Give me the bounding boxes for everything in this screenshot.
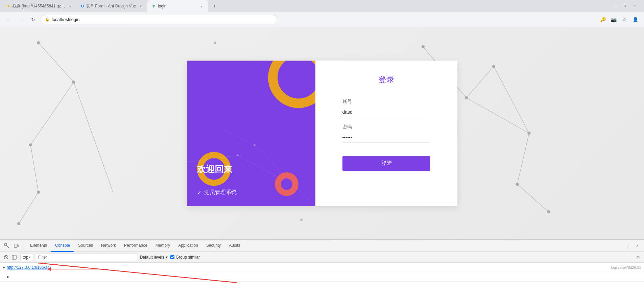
svg-marker-25 — [47, 267, 51, 271]
browser-tab-1[interactable]: ★ 残存 [http://1455465841.qzon... × — [3, 0, 77, 12]
system-name-text: 党员管理系统 — [204, 189, 237, 196]
filter-input[interactable] — [36, 254, 137, 261]
profile-icon[interactable]: 👤 — [630, 15, 640, 24]
devtools-tab-security[interactable]: Security — [202, 240, 225, 252]
clear-console-button[interactable] — [3, 254, 9, 261]
reload-button[interactable]: ↻ — [28, 15, 38, 24]
account-form-group: 账号 — [342, 98, 430, 117]
devtools-tab-sources[interactable]: Sources — [74, 240, 97, 252]
svg-rect-19 — [17, 245, 18, 247]
svg-point-3 — [37, 191, 40, 194]
right-panel: 登录 账号 密码 登陆 — [315, 61, 457, 206]
new-tab-button[interactable]: + — [210, 1, 219, 11]
toggle-sidebar-button[interactable] — [11, 254, 18, 261]
password-form-group: 密码 — [342, 124, 430, 142]
device-toolbar-button[interactable] — [12, 242, 20, 250]
devtools-tab-elements[interactable]: Elements — [26, 240, 51, 252]
toolbar-left-icons — [3, 254, 18, 261]
login-container: 欢迎回来 ✓ 党员管理系统 登录 账号 密码 登陆 — [187, 61, 457, 206]
svg-rect-18 — [14, 244, 17, 247]
url-text: localhost/login — [52, 17, 79, 22]
close-button[interactable]: × — [634, 4, 639, 8]
account-label: 账号 — [342, 98, 430, 105]
back-button[interactable]: ← — [4, 15, 14, 24]
inner-lines — [187, 61, 315, 206]
devtools-tab-memory[interactable]: Memory — [151, 240, 174, 252]
group-similar-toggle[interactable]: Group similar — [170, 255, 200, 260]
default-levels-arrow: ▾ — [166, 255, 168, 260]
devtools-tab-application[interactable]: Application — [174, 240, 202, 252]
devtools-more: ⋮ × — [624, 242, 641, 250]
tab-3-title: login — [158, 4, 197, 8]
svg-point-6 — [465, 96, 468, 99]
group-similar-label: Group similar — [176, 255, 200, 260]
svg-line-17 — [7, 246, 9, 248]
devtools-tab-audits[interactable]: Audits — [225, 240, 244, 252]
default-levels-dropdown[interactable]: Default levels ▾ — [140, 255, 168, 260]
devtools-settings-button[interactable]: ⚙ — [635, 254, 641, 261]
devtools-tab-bar: Elements Console Sources Network Perform… — [0, 240, 644, 252]
tab-3-favicon: ▼ — [151, 4, 156, 9]
tab-3-close[interactable]: × — [199, 3, 204, 9]
system-name: ✓ 党员管理系统 — [197, 189, 237, 196]
svg-point-7 — [492, 65, 495, 68]
devtools-tab-performance[interactable]: Performance — [120, 240, 151, 252]
console-source: login.vue?8d26:53 — [611, 265, 641, 269]
tab-1-close[interactable]: × — [68, 3, 73, 9]
devtools-left-icons — [3, 242, 23, 250]
url-bar[interactable]: 🔒 localhost/login — [41, 15, 277, 24]
maximize-button[interactable]: □ — [624, 4, 628, 8]
devtools-close-button[interactable]: × — [633, 242, 641, 250]
account-input[interactable] — [342, 107, 430, 117]
window-controls: — □ × — [614, 4, 641, 8]
bookmark-icon[interactable]: ☆ — [620, 15, 629, 24]
svg-point-10 — [547, 210, 550, 213]
welcome-text: 欢迎回来 — [197, 163, 232, 175]
tab-bar: ★ 残存 [http://1455465841.qzon... × U 表单 F… — [0, 0, 644, 12]
inspect-element-button[interactable] — [3, 242, 11, 250]
minimize-button[interactable]: — — [614, 4, 618, 8]
page-content: 欢迎回来 ✓ 党员管理系统 登录 账号 密码 登陆 — [0, 27, 644, 239]
entry-expand-arrow[interactable]: ▶ — [3, 265, 7, 269]
console-rows: ▶ http://127.0.0.1:8185/api login.vue?8d… — [0, 263, 644, 307]
svg-point-8 — [527, 132, 530, 135]
devtools-console-content: ▶ http://127.0.0.1:8185/api login.vue?8d… — [0, 263, 644, 307]
context-select[interactable]: top ▾ — [20, 254, 33, 261]
browser-chrome: ★ 残存 [http://1455465841.qzon... × U 表单 F… — [0, 0, 644, 27]
devtools-toolbar: top ▾ Default levels ▾ Group similar ⚙ — [0, 252, 644, 263]
devtools-more-button[interactable]: ⋮ — [624, 242, 632, 250]
browser-tab-2[interactable]: U 表单 Form - Ant Design Vue × — [77, 0, 147, 12]
password-input[interactable] — [342, 133, 430, 142]
default-levels-label: Default levels — [140, 255, 164, 260]
login-page: 欢迎回来 ✓ 党员管理系统 登录 账号 密码 登陆 — [0, 27, 644, 239]
devtools-panel: Elements Console Sources Network Perform… — [0, 239, 644, 307]
devtools-tab-network[interactable]: Network — [97, 240, 120, 252]
svg-point-4 — [17, 222, 20, 225]
devtools-tab-console[interactable]: Console — [51, 240, 74, 252]
forward-button[interactable]: → — [16, 15, 26, 24]
svg-point-11 — [214, 42, 216, 44]
svg-point-12 — [300, 218, 303, 221]
tab-1-favicon: ★ — [7, 4, 10, 8]
left-panel: 欢迎回来 ✓ 党员管理系统 — [187, 61, 315, 206]
svg-point-1 — [72, 81, 75, 84]
svg-point-15 — [237, 154, 239, 156]
svg-point-14 — [254, 144, 256, 146]
system-icon: ✓ — [197, 189, 201, 196]
expand-indicator[interactable]: ▶ — [7, 275, 11, 279]
tab-2-close[interactable]: × — [138, 3, 143, 9]
group-similar-checkbox[interactable] — [170, 255, 174, 259]
login-button[interactable]: 登陆 — [342, 156, 430, 171]
svg-rect-16 — [5, 244, 7, 246]
tab-2-favicon: U — [81, 4, 84, 8]
browser-tab-3[interactable]: ▼ login × — [147, 0, 208, 12]
svg-point-2 — [29, 144, 32, 147]
password-label: 密码 — [342, 124, 430, 130]
key-icon[interactable]: 🔑 — [598, 15, 607, 24]
tab-2-title: 表单 Form - Ant Design Vue — [86, 3, 136, 9]
screenshot-icon[interactable]: 📷 — [609, 15, 618, 24]
context-label: top — [23, 255, 28, 260]
tab-1-title: 残存 [http://1455465841.qzon... — [13, 3, 66, 9]
svg-line-21 — [5, 256, 7, 258]
login-title: 登录 — [378, 74, 395, 85]
